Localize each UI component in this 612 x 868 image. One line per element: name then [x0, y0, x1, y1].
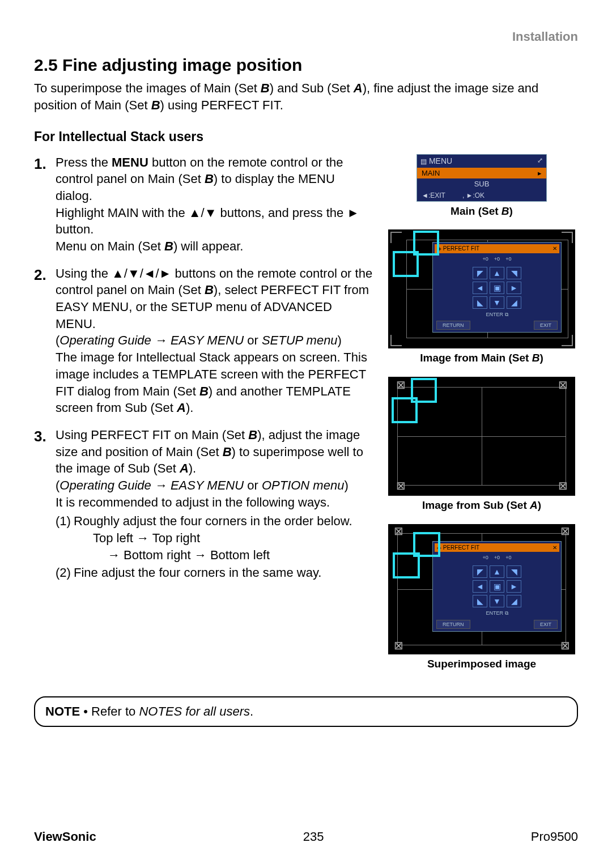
menu-icon: ▤	[420, 158, 427, 165]
footer-center: 235	[303, 828, 324, 845]
menu-ok: , ►:OK	[462, 191, 484, 200]
ss2-n: (2)	[56, 564, 74, 581]
note-box: NOTE • Refer to NOTES for all users.	[34, 696, 578, 727]
close-icon: ✕	[552, 544, 557, 552]
pf-title: PERFECT FIT	[443, 245, 479, 252]
note-label: NOTE	[45, 704, 80, 718]
s1-b1: B	[205, 172, 214, 186]
s3-t1: Using PERFECT FIT on Main (Set	[56, 428, 248, 442]
footer-right: Pro9500	[531, 828, 578, 845]
ss1-c: → Bottom right → Bottom left	[74, 547, 352, 564]
note-bullet: •	[80, 704, 91, 718]
step-1: 1. Press the MENU button on the remote c…	[34, 154, 374, 255]
cap2b: B	[532, 352, 540, 364]
menu-sub: SUB	[417, 178, 546, 190]
s3-g3: OPTION menu	[262, 478, 344, 492]
s2-a1: A	[177, 401, 186, 415]
s2-g3: SETUP menu	[262, 333, 338, 347]
figure-main: ◈ PERFECT FIT✕ +0+0+0 ◤▲◥ ◄▣► ◣▼◢ ENTER …	[385, 229, 578, 365]
note-em: NOTES for all users	[139, 704, 250, 718]
cap1c: )	[509, 205, 513, 217]
substep-1: (1) Roughly adjust the four corners in t…	[56, 513, 374, 563]
page-footer: ViewSonic 235 Pro9500	[34, 828, 578, 845]
step-3-body: Using PERFECT FIT on Main (Set B), adjus…	[56, 427, 374, 581]
s2-g1: Operating Guide	[60, 333, 151, 347]
intro-t1: To superimpose the images of Main (Set	[34, 81, 261, 95]
chevron-right-icon: ▸	[538, 168, 542, 178]
s3-b1: B	[248, 428, 257, 442]
ss1-b: Top left → Top right	[74, 530, 352, 547]
footer-left: ViewSonic	[34, 828, 96, 845]
section-intro: To superimpose the images of Main (Set B…	[34, 80, 578, 113]
pf2-h3: +0	[505, 554, 511, 561]
pf-h3: +0	[505, 256, 511, 262]
s2-g2: EASY MENU	[171, 333, 244, 347]
figure-menu: ▤ MENU ⤢ MAIN▸ SUB ◄:EXIT , ►:OK Main (S…	[385, 154, 578, 219]
cap2c: )	[539, 352, 543, 364]
s1-t4: Highlight MAIN with the ▲/▼ buttons, and…	[56, 206, 359, 237]
s3-g1: Operating Guide	[60, 478, 151, 492]
pf2-return: RETURN	[436, 620, 470, 629]
intro-t4: ) using PERFECT FIT.	[160, 98, 283, 112]
cap4: Superimposed image	[385, 657, 578, 671]
s1-menu: MENU	[112, 155, 148, 169]
header-installation: Installation	[34, 28, 578, 45]
cap3b: A	[530, 499, 538, 511]
step-3: 3. Using PERFECT FIT on Main (Set B), ad…	[34, 427, 374, 581]
s3-g2: EASY MENU	[171, 478, 244, 492]
substep-2: (2) Fine adjust the four corners in the …	[56, 564, 374, 581]
pf2-h2: +0	[494, 554, 500, 561]
cap3a: Image from Sub (Set	[422, 499, 530, 511]
pf-h1: +0	[483, 256, 488, 262]
cap2a: Image from Main (Set	[420, 352, 532, 364]
cap1b: B	[502, 205, 509, 217]
cyan-highlight-b	[393, 251, 419, 277]
s3-a1: A	[180, 461, 189, 475]
s2-b1: B	[205, 283, 214, 297]
s1-t5: Menu on Main (Set	[56, 239, 164, 253]
s1-b2: B	[164, 239, 173, 253]
intro-t2: ) and Sub (Set	[270, 81, 354, 95]
note-t2: .	[250, 704, 253, 718]
step-3-num: 3.	[34, 427, 46, 446]
step-2: 2. Using the ▲/▼/◄/► buttons on the remo…	[34, 265, 374, 416]
s1-t6: ) will appear.	[173, 239, 244, 253]
menu-exit: ◄:EXIT	[422, 191, 445, 200]
intro-a1: A	[354, 81, 363, 95]
intro-b1: B	[261, 81, 270, 95]
s1-t1: Press the	[56, 155, 112, 169]
pf-title-2: PERFECT FIT	[443, 544, 479, 551]
section-title-text: Fine adjusting image position	[62, 56, 302, 74]
s3-b2: B	[223, 445, 232, 459]
ss2-t: Fine adjust the four corners in the same…	[74, 564, 321, 581]
pf-exit: EXIT	[534, 321, 558, 330]
pf-return: RETURN	[436, 321, 470, 330]
s2-ar: →	[151, 333, 171, 347]
s3-t5: It is recommended to adjust in the follo…	[56, 495, 330, 509]
expand-icon: ⤢	[537, 156, 543, 167]
close-icon: ✕	[552, 245, 557, 253]
cap1a: Main (Set	[450, 205, 502, 217]
s2-t5: ).	[186, 401, 193, 415]
section-number: 2.5	[34, 56, 58, 74]
note-t1: Refer to	[91, 704, 139, 718]
intro-b2: B	[151, 98, 160, 112]
figure-superimposed: ⊠ ⊠ ⊠ ⊠ ◈ PERFECT FIT✕ +0+0+0 ◤▲◥ ◄▣► ◣▼…	[385, 524, 578, 671]
subheading: For Intellectual Stack users	[34, 128, 578, 146]
cyan-highlight-d	[392, 397, 418, 423]
s3-t4: ).	[189, 461, 196, 475]
s3-gc: )	[344, 478, 348, 492]
step-2-body: Using the ▲/▼/◄/► buttons on the remote …	[56, 265, 374, 416]
s2-gc: )	[338, 333, 342, 347]
pf2-enter: ENTER	[486, 610, 503, 616]
step-1-body: Press the MENU button on the remote cont…	[56, 154, 374, 255]
step-2-num: 2.	[34, 265, 46, 285]
pf2-h1: +0	[483, 554, 488, 561]
s3-or: or	[244, 478, 262, 492]
cyan-highlight-f	[393, 552, 420, 578]
s2-b2: B	[199, 384, 209, 398]
menu-title: MENU	[429, 156, 452, 165]
ss1-n: (1)	[56, 513, 74, 563]
s2-or: or	[244, 333, 262, 347]
pf-h2: +0	[494, 256, 500, 262]
